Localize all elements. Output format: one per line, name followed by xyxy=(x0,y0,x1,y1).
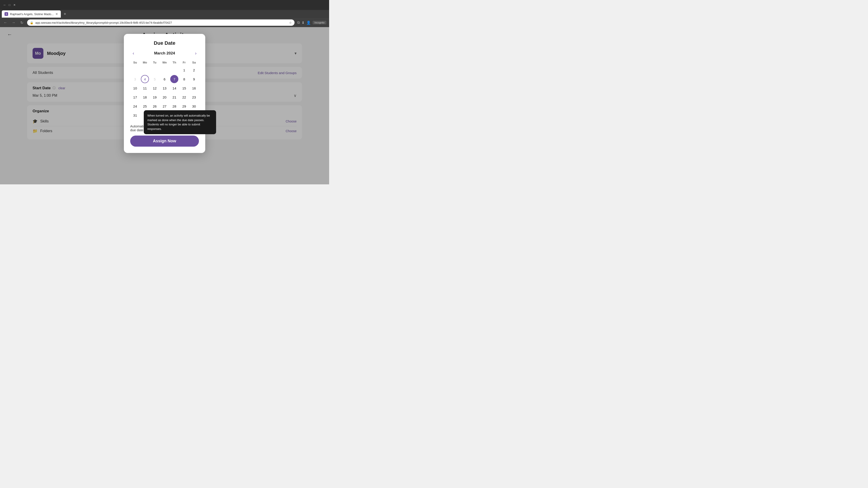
cal-day-18[interactable]: 18 xyxy=(141,93,149,101)
address-actions: ⧉ ⬇ 👤 Incognito xyxy=(297,21,327,25)
cal-day-3[interactable]: 3 xyxy=(131,75,139,83)
cal-day-9[interactable]: 9 xyxy=(190,75,198,83)
cal-day-31[interactable]: 31 xyxy=(131,111,139,119)
maximize-button[interactable]: □ xyxy=(8,3,11,7)
tab-close-button[interactable]: ✕ xyxy=(55,12,58,16)
day-header-tu: Tu xyxy=(150,59,160,66)
cal-day-27[interactable]: 27 xyxy=(160,102,168,110)
cal-empty xyxy=(151,66,159,74)
day-header-th: Th xyxy=(169,59,179,66)
window-controls: ─ □ ✕ xyxy=(3,3,16,7)
extensions-icon[interactable]: ⧉ xyxy=(297,21,300,25)
back-nav-button[interactable]: ← xyxy=(3,21,8,25)
cal-day-24[interactable]: 24 xyxy=(131,102,139,110)
browser-chrome: ─ □ ✕ xyxy=(0,0,329,10)
cal-day-13[interactable]: 13 xyxy=(160,84,168,92)
assign-now-button[interactable]: Assign Now xyxy=(130,135,199,147)
active-tab[interactable]: S Raphael's Angels, Sistine Mado... ✕ xyxy=(2,10,61,18)
cal-day-14[interactable]: 14 xyxy=(170,84,178,92)
archive-row: Automatically archive activity after due… xyxy=(130,124,199,132)
bookmark-icon[interactable]: ☆ xyxy=(289,21,292,24)
cal-day-17[interactable]: 17 xyxy=(131,93,139,101)
address-bar: ← → ↻ 🔒 app.seesaw.me/#/activities/libra… xyxy=(0,18,329,27)
next-month-button[interactable]: › xyxy=(193,51,199,56)
url-text: app.seesaw.me/#/activities/library#my_li… xyxy=(35,21,287,24)
cal-day-28[interactable]: 28 xyxy=(170,102,178,110)
lock-icon: 🔒 xyxy=(30,21,33,24)
page-content: ← Assign Activity Mo Moodjoy ▾ All Stude… xyxy=(0,27,329,184)
cal-day-12[interactable]: 12 xyxy=(151,84,159,92)
tab-bar: S Raphael's Angels, Sistine Mado... ✕ + xyxy=(0,10,329,18)
download-icon[interactable]: ⬇ xyxy=(302,21,305,25)
due-date-modal: Due Date ‹ March 2024 › Su Mo Tu We Th F… xyxy=(124,34,205,153)
cal-day-15[interactable]: 15 xyxy=(180,84,188,92)
reload-button[interactable]: ↻ xyxy=(19,21,24,25)
url-box[interactable]: 🔒 app.seesaw.me/#/activities/library#my_… xyxy=(27,20,294,26)
incognito-badge: Incognito xyxy=(313,21,327,24)
cal-day-1[interactable]: 1 xyxy=(180,66,188,74)
modal-overlay: Due Date ‹ March 2024 › Su Mo Tu We Th F… xyxy=(0,27,329,184)
cal-day-29[interactable]: 29 xyxy=(180,102,188,110)
cal-day-16[interactable]: 16 xyxy=(190,84,198,92)
cal-day-11[interactable]: 11 xyxy=(141,84,149,92)
minimize-button[interactable]: ─ xyxy=(3,3,6,7)
cal-day-22[interactable]: 22 xyxy=(180,93,188,101)
cal-day-6[interactable]: 6 xyxy=(160,75,168,83)
cal-day-4[interactable]: 4 xyxy=(141,75,149,83)
cal-day-19[interactable]: 19 xyxy=(151,93,159,101)
day-header-fr: Fr xyxy=(179,59,189,66)
cal-empty xyxy=(170,66,178,74)
cal-day-21[interactable]: 21 xyxy=(170,93,178,101)
cal-day-30[interactable]: 30 xyxy=(190,102,198,110)
new-tab-button[interactable]: + xyxy=(62,11,68,17)
day-header-mo: Mo xyxy=(140,59,150,66)
day-header-su: Su xyxy=(130,59,140,66)
forward-nav-button[interactable]: → xyxy=(11,21,16,25)
calendar-nav: ‹ March 2024 › xyxy=(130,51,199,56)
cal-day-2[interactable]: 2 xyxy=(190,66,198,74)
tab-title: Raphael's Angels, Sistine Mado... xyxy=(10,12,54,16)
cal-empty xyxy=(141,66,149,74)
profile-icon[interactable]: 👤 xyxy=(306,21,311,25)
prev-month-button[interactable]: ‹ xyxy=(130,51,136,56)
cal-day-7[interactable]: 7 xyxy=(170,75,178,83)
modal-title: Due Date xyxy=(130,40,199,46)
cal-day-25[interactable]: 25 xyxy=(141,102,149,110)
cal-day-23[interactable]: 23 xyxy=(190,93,198,101)
day-header-we: We xyxy=(160,59,169,66)
month-year-label: March 2024 xyxy=(154,51,175,56)
cal-day-10[interactable]: 10 xyxy=(131,84,139,92)
cal-day-26[interactable]: 26 xyxy=(151,102,159,110)
tab-favicon: S xyxy=(4,12,8,16)
day-header-sa: Sa xyxy=(189,59,199,66)
cal-day-20[interactable]: 20 xyxy=(160,93,168,101)
incognito-label: Incognito xyxy=(314,21,324,24)
tooltip-text: When turned on, an activity will automat… xyxy=(147,114,210,131)
cal-empty xyxy=(160,66,168,74)
tooltip: When turned on, an activity will automat… xyxy=(144,110,216,134)
close-button[interactable]: ✕ xyxy=(13,3,16,7)
cal-day-5[interactable]: 5 xyxy=(151,75,159,83)
cal-day-8[interactable]: 8 xyxy=(180,75,188,83)
cal-empty xyxy=(131,66,139,74)
